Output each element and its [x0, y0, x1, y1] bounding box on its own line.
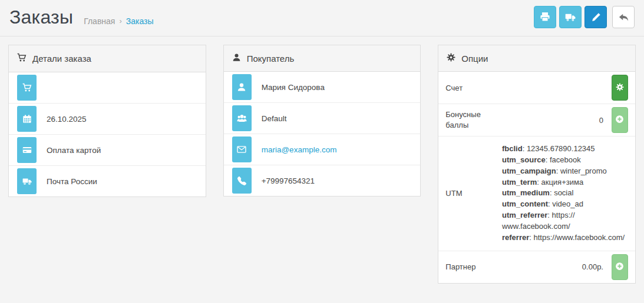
- customer-phone-row: +79997654321: [224, 165, 421, 196]
- calendar-icon: [17, 106, 37, 132]
- panel-options: Опции Счет: [438, 45, 636, 284]
- back-button[interactable]: [612, 6, 635, 28]
- customer-group-value: Default: [262, 114, 287, 123]
- edit-order-button[interactable]: [584, 6, 607, 28]
- credit-card-icon: [17, 137, 37, 163]
- utm-entry: utm_content: video_ad: [502, 199, 628, 210]
- order-store-row: [9, 72, 206, 104]
- utm-entry: utm_medium: social: [502, 188, 628, 199]
- invoice-label: Счет: [445, 84, 463, 92]
- reply-arrow-icon: [618, 12, 629, 23]
- order-date-row: 26.10.2025: [9, 104, 206, 135]
- customer-email-link[interactable]: maria@example.com: [262, 145, 337, 154]
- payment-method-row: Оплата картой: [9, 135, 206, 166]
- customer-email-row: maria@example.com: [224, 134, 421, 165]
- plus-circle-icon: [615, 115, 624, 125]
- customer-group-row: Default: [224, 103, 421, 134]
- print-invoice-button[interactable]: [534, 6, 556, 28]
- content-area: Детали заказа: [0, 36, 644, 292]
- printer-icon: [540, 12, 550, 22]
- order-date-value: 26.10.2025: [47, 115, 87, 124]
- cart-icon: [17, 53, 27, 64]
- breadcrumb-current-link[interactable]: Заказы: [126, 16, 154, 26]
- affiliate-value: 0.00р.: [582, 262, 612, 271]
- shipping-list-button[interactable]: [559, 6, 582, 28]
- toolbar: [534, 6, 635, 28]
- panel-order-details: Детали заказа: [8, 45, 206, 197]
- breadcrumb-separator: ›: [119, 16, 121, 25]
- customer-name-row: Мария Сидорова: [224, 72, 421, 103]
- customer-phone-value: +79997654321: [262, 177, 315, 185]
- reward-points-label: Бонусные баллы: [445, 109, 493, 131]
- user-icon: [232, 53, 241, 64]
- invoice-row: Счет: [438, 72, 635, 104]
- panel-order-details-heading: Детали заказа: [9, 45, 206, 72]
- panel-title: Покупатель: [247, 54, 295, 64]
- phone-icon: [232, 168, 252, 194]
- utm-entry: utm_term: акция+зима: [502, 177, 628, 188]
- breadcrumb: Главная › Заказы: [84, 16, 153, 26]
- utm-entry: utm_referrer: https://​www.facebook.com/: [502, 210, 628, 232]
- page-header: Заказы Главная › Заказы: [0, 0, 644, 36]
- gear-icon: [447, 53, 455, 64]
- panel-title: Детали заказа: [32, 54, 91, 64]
- utm-entry: referrer: https://​www.facebook.com/: [502, 232, 628, 244]
- utm-entry: utm_source: facebook: [502, 155, 628, 166]
- utm-entry: fbclid: 12345.67890.12345: [502, 144, 628, 155]
- panel-customer: Покупатель Мария Сидорова: [223, 45, 421, 197]
- truck-icon: [565, 12, 576, 22]
- breadcrumb-home-link[interactable]: Главная: [84, 16, 115, 26]
- generate-invoice-button[interactable]: [612, 75, 628, 101]
- affiliate-label: Партнер: [445, 262, 475, 271]
- utm-entries: fbclid: 12345.67890.12345 utm_source: fa…: [502, 144, 628, 244]
- plus-circle-icon: [615, 262, 624, 272]
- shipping-method-value: Почта России: [47, 177, 97, 186]
- pencil-icon: [591, 12, 601, 22]
- reward-points-value: 0: [599, 116, 612, 125]
- user-icon: [232, 74, 252, 100]
- panel-customer-heading: Покупатель: [224, 45, 421, 72]
- payment-method-value: Оплата картой: [47, 146, 101, 155]
- utm-label: UTM: [445, 189, 462, 198]
- utm-entry: utm_campaign: winter_promo: [502, 166, 628, 177]
- add-reward-points-button[interactable]: [612, 107, 628, 133]
- utm-row: UTM fbclid: 12345.67890.12345 utm_source…: [438, 136, 635, 251]
- shipping-method-row: Почта России: [9, 166, 206, 197]
- gear-icon: [616, 83, 624, 93]
- customer-name-value: Мария Сидорова: [262, 83, 325, 92]
- envelope-icon: [232, 136, 252, 162]
- page-title: Заказы: [9, 6, 73, 28]
- affiliate-row: Партнер 0.00р.: [438, 251, 635, 283]
- users-icon: [232, 105, 252, 131]
- cart-icon: [17, 75, 37, 101]
- add-affiliate-commission-button[interactable]: [612, 254, 628, 280]
- reward-points-row: Бонусные баллы 0: [438, 104, 635, 136]
- panel-options-heading: Опции: [438, 45, 635, 72]
- truck-icon: [17, 168, 37, 194]
- panel-title: Опции: [461, 54, 488, 64]
